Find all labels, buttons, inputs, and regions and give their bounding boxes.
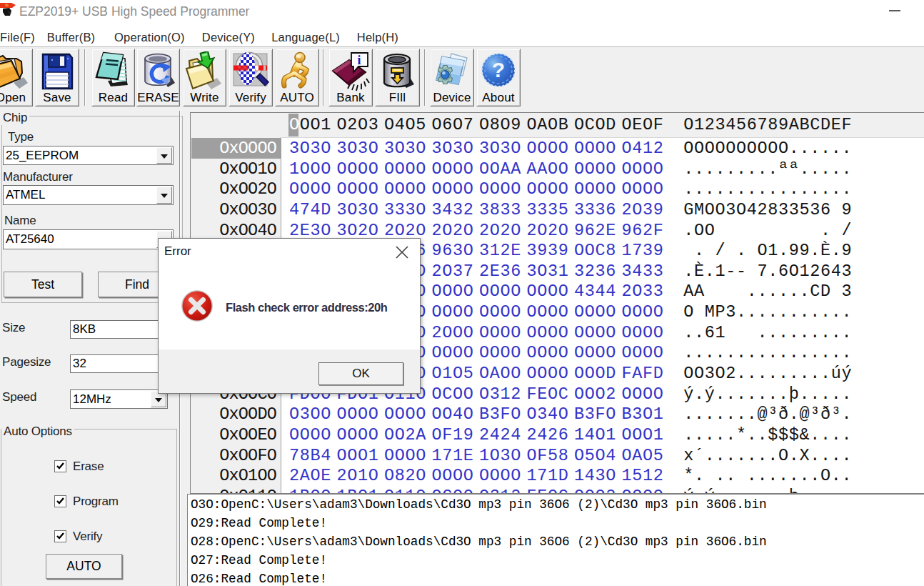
svg-text:i: i (357, 53, 361, 67)
svg-text:?: ? (492, 58, 505, 81)
